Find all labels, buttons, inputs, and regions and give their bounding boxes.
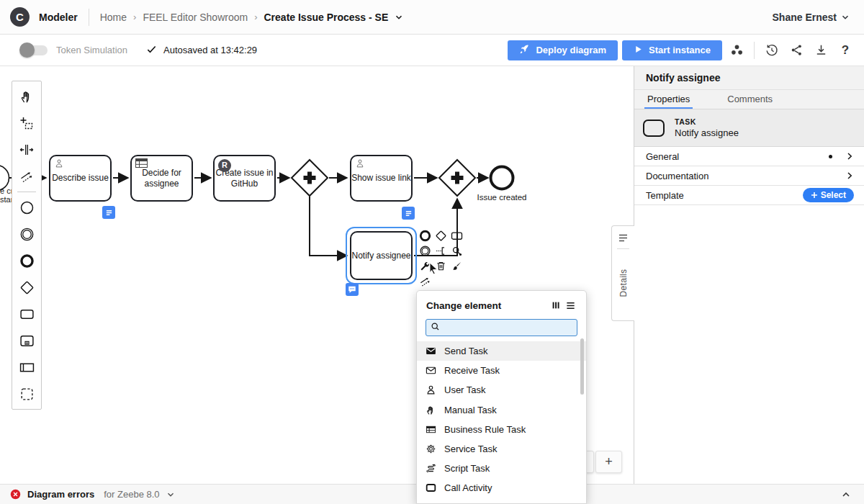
tab-properties[interactable]: Properties [644,90,693,109]
toggle-knob [19,42,35,58]
autosave-status: Autosaved at 13:42:29 [146,44,257,57]
change-element-wrench-icon[interactable] [417,258,433,274]
chevron-up-icon[interactable] [841,490,851,500]
palette-hand-tool[interactable] [12,83,41,109]
task-create-issue-in-github[interactable]: R Create issue in GitHub [213,155,276,202]
breadcrumb-item[interactable]: Create Issue Process - SE [264,12,389,23]
task-notify-assignee[interactable]: Notify assignee [350,231,413,280]
popup-scrollbar[interactable] [580,338,584,395]
color-brush-icon[interactable] [449,258,464,274]
append-end-event-icon[interactable] [417,228,433,243]
parallel-gateway-1[interactable] [292,160,328,196]
palette-start-event[interactable] [12,194,41,221]
token-simulation-toggle[interactable] [22,45,48,55]
append-intermediate-event-icon[interactable] [417,243,433,258]
tab-comments[interactable]: Comments [724,90,775,109]
breadcrumb-item[interactable]: Home [100,12,127,23]
menu-item-subprocess-collapsed[interactable]: Sub Process (collapsed) [417,498,586,504]
chevron-down-icon[interactable] [166,490,175,499]
task-decide-for-assignee[interactable]: Decide for assignee [130,155,193,202]
element-type: TASK [675,117,739,126]
zoom-in-button[interactable]: + [595,451,622,473]
columns-view-icon[interactable] [549,298,563,312]
palette-group[interactable] [12,381,41,408]
task-shape-icon [643,120,665,137]
palette-participant[interactable] [12,354,41,381]
task-show-issue-link[interactable]: Show issue link [350,155,413,202]
menu-item-user-task[interactable]: User Task [417,380,586,400]
text-annotation-icon[interactable] [433,243,449,258]
bpmn-palette [12,81,42,410]
connect-tool-icon[interactable] [417,274,433,289]
user-task-icon [425,384,436,395]
history-icon[interactable] [762,40,782,60]
section-general[interactable]: General [634,147,864,166]
search-input[interactable] [444,323,572,333]
download-icon[interactable] [811,40,831,60]
append-element-search-icon[interactable] [449,243,464,258]
top-header: C Modeler Home›FEEL Editor Showroom›Crea… [0,0,864,35]
section-label: Documentation [646,171,708,181]
menu-item-business-rule-task[interactable]: Business Rule Task [417,420,586,439]
engine-label: for Zeebe 8.0 [104,489,159,500]
user-task-icon [355,158,365,171]
chevron-down-icon[interactable] [395,13,403,22]
details-list-icon [612,234,634,242]
comment-badge-icon[interactable] [102,206,115,219]
diagram-errors-label[interactable]: Diagram errors [27,489,94,500]
menu-item-label: Send Task [444,346,487,356]
list-view-icon[interactable] [563,298,577,312]
toolbar-actions: Deploy diagram Start instance ? [508,40,855,60]
comment-bubble-icon[interactable] [346,283,359,296]
details-side-tab[interactable]: Details [611,225,634,321]
palette-gateway[interactable] [12,274,41,301]
menu-item-label: Script Task [444,463,490,474]
delete-trash-icon[interactable] [433,258,449,274]
menu-item-script-task[interactable]: Script Task [417,459,586,478]
properties-panel: Notify assignee Properties Comments TASK… [634,66,864,504]
append-gateway-icon[interactable] [433,228,449,243]
popup-title: Change element [426,300,549,311]
end-event-shape[interactable] [491,167,513,189]
chevron-right-icon [845,152,854,161]
menu-item-service-task[interactable]: Service Task [417,439,586,459]
breadcrumb-item[interactable]: FEEL Editor Showroom [143,12,248,23]
comment-badge-icon[interactable] [402,207,415,220]
collaborators-icon[interactable] [726,40,747,60]
section-documentation[interactable]: Documentation [634,166,864,186]
menu-item-manual-task[interactable]: Manual Task [417,400,586,420]
user-name: Shane Ernest [773,12,837,23]
menu-item-receive-task[interactable]: Receive Task [417,361,586,380]
menu-item-label: Receive Task [444,365,500,376]
secondary-toolbar: Token Simulation Autosaved at 13:42:29 D… [0,35,864,66]
append-task-icon[interactable] [449,228,464,243]
rocket-icon [519,44,530,57]
task-label: Notify assignee [351,251,410,261]
user-menu[interactable]: Shane Ernest [773,12,850,23]
breadcrumb-separator: › [133,12,136,22]
palette-global-connect-tool[interactable] [12,163,41,189]
palette-task[interactable] [12,301,41,328]
task-describe-issue[interactable]: Describe issue [49,155,112,202]
menu-item-label: Manual Task [444,405,497,415]
details-tab-label: Details [618,269,629,297]
palette-subprocess[interactable] [12,328,41,354]
palette-intermediate-event[interactable] [12,221,41,248]
menu-item-call-activity[interactable]: Call Activity [417,478,586,498]
camunda-logo-icon: C [10,7,30,27]
context-pad [417,228,464,289]
section-template[interactable]: Template Select [634,186,864,205]
template-select-button[interactable]: Select [803,188,854,202]
menu-item-send-task[interactable]: Send Task [417,341,586,361]
palette-space-tool[interactable] [12,136,41,163]
deploy-diagram-button[interactable]: Deploy diagram [508,40,618,60]
parallel-gateway-2[interactable] [439,160,475,196]
start-instance-button[interactable]: Start instance [622,40,722,60]
palette-end-event[interactable] [12,248,41,274]
palette-lasso-tool[interactable] [12,109,41,136]
rest-connector-icon: R [218,159,231,172]
token-simulation-label: Token Simulation [56,45,127,55]
section-label: General [646,151,679,162]
share-icon[interactable] [786,40,806,60]
help-button[interactable]: ? [835,40,855,60]
